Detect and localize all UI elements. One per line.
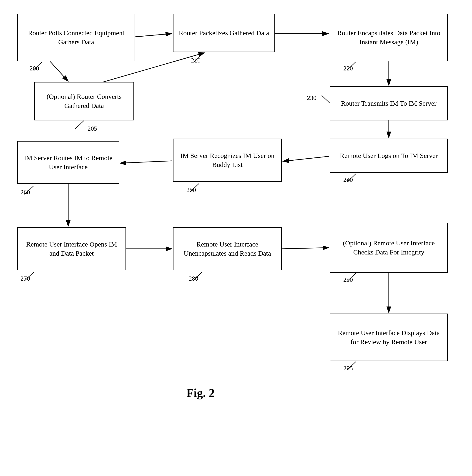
box210: Router Packetizes Gathered Data: [173, 14, 275, 52]
svg-line-8: [120, 161, 172, 163]
label-l220: 220: [343, 65, 353, 72]
diagram: Fig. 2 Router Polls Connected Equipment …: [0, 0, 472, 476]
box240: Remote User Logs on To IM Server: [330, 139, 448, 173]
label-l260: 260: [20, 188, 30, 196]
box290: (Optional) Remote User Interface Checks …: [330, 223, 448, 273]
label-l240: 240: [343, 176, 353, 183]
svg-line-16: [75, 120, 84, 129]
label-l250: 250: [186, 186, 196, 194]
box250: IM Server Recognizes IM User on Buddy Li…: [173, 139, 282, 182]
box205: (Optional) Router Converts Gathered Data: [34, 82, 134, 120]
box230: Router Transmits IM To IM Server: [330, 86, 448, 120]
label-l290: 290: [343, 276, 353, 283]
label-l295: 295: [343, 365, 353, 372]
label-l210: 210: [191, 57, 200, 64]
svg-line-7: [283, 156, 329, 161]
box270: Remote User Interface Opens IM and Data …: [17, 227, 126, 270]
label-l230: 230: [307, 94, 316, 102]
label-l200: 200: [30, 65, 39, 72]
box200: Router Polls Connected Equipment Gathers…: [17, 14, 135, 61]
svg-line-11: [282, 248, 329, 249]
svg-line-1: [135, 34, 172, 37]
box220: Router Encapsulates Data Packet Into Ins…: [330, 14, 448, 61]
label-l270: 270: [20, 275, 30, 282]
box280: Remote User Interface Unencapsulates and…: [173, 227, 282, 270]
figure-label: Fig. 2: [186, 386, 215, 400]
label-l205: 205: [88, 125, 97, 132]
box260: IM Server Routes IM to Remote User Inter…: [17, 141, 119, 184]
svg-line-3: [50, 61, 68, 81]
box295: Remote User Interface Displays Data for …: [330, 314, 448, 361]
label-l280: 280: [189, 275, 198, 282]
svg-line-17: [322, 95, 331, 104]
